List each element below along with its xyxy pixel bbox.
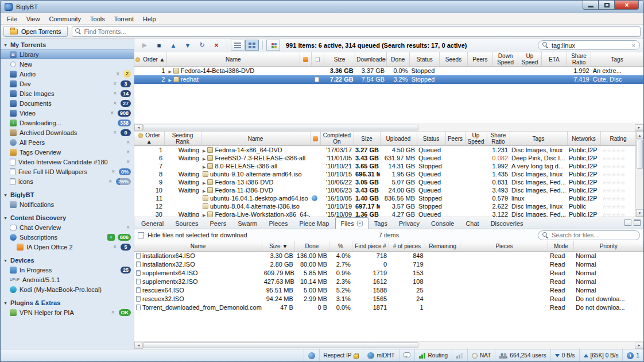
table-row[interactable]: supplementx64.ISO609.79 MB5.85 MB0.9%171… (134, 268, 643, 277)
table-row[interactable]: 30Waiting▶Fedora-Live-Workstation-x86_64… (134, 210, 635, 217)
column-header-rating[interactable]: Rating (600, 132, 635, 146)
status-update-status[interactable] (304, 349, 319, 361)
sidebar-item-downloading[interactable]: Downloading...338 (1, 118, 134, 128)
table-row[interactable]: installationx64.ISO3.30 GB136.00 MB4.0%7… (134, 251, 643, 260)
status-signal-strength[interactable] (452, 349, 467, 361)
close-button[interactable]: × (615, 1, 639, 10)
expander-icon[interactable]: ▶ (203, 157, 205, 161)
minimize-button[interactable] (583, 1, 599, 10)
sidebar-item-subscriptions[interactable]: Subscriptions+606 (1, 232, 134, 242)
table-row[interactable]: 11ubuntu-16.04.1-desktop-amd64.iso'16/10… (134, 194, 635, 202)
rating-stars[interactable]: ☆☆☆☆☆ (602, 204, 625, 210)
tab-sources[interactable]: Sources (169, 217, 204, 229)
column-header-peers[interactable]: Peers (467, 52, 492, 67)
tab-chat[interactable]: Chat (460, 217, 484, 229)
column-header-peers[interactable]: Peers (445, 132, 465, 146)
status-mldht[interactable]: mlDHT (363, 349, 398, 361)
scroll-left-icon[interactable]: ◄ (134, 342, 143, 349)
sidebar-item-vpn-helper-for-pia[interactable]: VPN Helper for PIA×OK (1, 307, 134, 317)
tab-swarm[interactable]: Swarm (232, 217, 263, 229)
table-row[interactable]: 1▶Fedora-14-Beta-i386-DVD3.36 GB3.37 GB0… (134, 67, 643, 75)
table-row[interactable]: 2▶redhat7.22 GB7.54 GB3.2%Stopped7.419Cu… (134, 75, 643, 84)
expander-icon[interactable]: ▶ (203, 189, 205, 193)
maximize-panel-icon[interactable] (634, 219, 641, 226)
status-nat-status[interactable]: NAT (467, 349, 495, 361)
table-row[interactable]: 12ubuntu-8.04.4-alternate-i386.iso'10/10… (134, 202, 635, 210)
torrent-filter-input[interactable] (552, 42, 629, 49)
column-header-of-pieces[interactable]: # of pieces (389, 241, 425, 251)
sidebar-item-archived-downloads[interactable]: Archived Downloads×0 (1, 128, 134, 137)
tab-console[interactable]: Console (425, 217, 460, 229)
open-torrents-button[interactable]: Open Torrents (3, 26, 68, 37)
column-header-rss-icon[interactable] (300, 52, 311, 67)
close-icon[interactable]: × (125, 224, 131, 230)
sidebar-item-new[interactable]: New (1, 59, 134, 69)
table-row[interactable]: installationx32.ISO2.80 GB80.00 MB2.7%07… (134, 260, 643, 268)
expander-icon[interactable]: ▶ (203, 165, 205, 169)
tab-files[interactable]: Files× (335, 217, 368, 229)
column-header-uploaded[interactable]: Uploaded (380, 132, 417, 146)
column-header-status[interactable]: Status (417, 132, 445, 146)
sidebar-item-chat-overview[interactable]: Chat Overview× (1, 222, 134, 232)
sidebar-item-tags-overview[interactable]: Tags Overview× (1, 147, 134, 157)
sidebar-item-kodi-my-macbook-pro-local[interactable]: Kodi (My-MacBook-Pro.local) (1, 284, 134, 294)
status-routing[interactable]: Routing (414, 349, 452, 361)
status-download-speed[interactable]: 0 B/s (550, 349, 579, 361)
column-header-icon[interactable]: % (329, 241, 352, 251)
scrollbar-track[interactable] (143, 124, 635, 131)
column-header-done[interactable]: Done (295, 241, 329, 251)
scroll-up-icon[interactable]: ▲ (636, 132, 643, 139)
close-icon[interactable]: × (112, 129, 118, 136)
table-row[interactable]: 7▶8.0-RELEASE-i386-all'10/10/213.65 GB14… (134, 162, 635, 170)
column-header-pieces[interactable]: Pieces (460, 241, 548, 251)
column-header-name[interactable]: Name (134, 241, 262, 251)
status-chat-status[interactable] (399, 349, 414, 361)
rating-stars[interactable]: ☆☆☆☆☆ (602, 196, 625, 202)
status-upload-speed[interactable]: [65K] 0 B/s (579, 349, 623, 361)
sidebar-item-disc-images[interactable]: Disc Images×14 (1, 88, 134, 98)
tab-privacy[interactable]: Privacy (393, 217, 425, 229)
column-header-size[interactable]: Size (324, 52, 355, 67)
column-header-seeds[interactable]: Seeds (440, 52, 467, 67)
status-users-count[interactable]: 664,254 users (495, 349, 550, 361)
remove-button[interactable]: × (210, 40, 223, 51)
close-icon[interactable]: × (110, 168, 116, 175)
close-icon[interactable]: × (125, 159, 131, 165)
table-row[interactable]: 8Waitingubuntu-9.10-alternate-amd64.iso'… (134, 170, 635, 178)
files-search-input[interactable] (552, 232, 635, 238)
table-row[interactable]: 1Waiting▶Fedora-14-x86_64-DVD'17/03/173.… (134, 146, 635, 154)
sidebar-item-video[interactable]: Video×908 (1, 108, 134, 118)
rating-stars[interactable]: ☆☆☆☆☆ (602, 188, 625, 194)
scrollbar-thumb[interactable] (637, 140, 643, 169)
column-header-status[interactable]: Status (409, 52, 439, 67)
column-header-priority[interactable]: Priority (574, 241, 643, 251)
sidebar-item-free-full-hd-wallpapers[interactable]: Free Full HD Wallpapers×0% (1, 167, 134, 176)
column-header-completed-on[interactable]: Completed On (320, 132, 354, 146)
menu-item-tools[interactable]: Tools (86, 14, 110, 24)
status-respect-ip[interactable]: Respect IP (319, 349, 363, 361)
menu-item-community[interactable]: Community (44, 14, 86, 24)
sidebar-section-content-discovery[interactable]: ▼Content Discovery (1, 213, 134, 222)
column-header-order[interactable]: Order ▲ (134, 132, 164, 146)
tab-discoveries[interactable]: Discoveries (485, 217, 529, 229)
stop-button[interactable]: ■ (152, 40, 166, 51)
column-header-done[interactable]: Done (386, 52, 409, 67)
sidebar-item-notifications[interactable]: Notifications (1, 199, 134, 209)
menu-item-file[interactable]: File (2, 14, 22, 24)
table-row[interactable]: Torrent_downloaded_from_Demonoid.com.txt… (134, 303, 643, 311)
horizontal-scrollbar[interactable]: ◄ ► (134, 124, 643, 131)
scrollbar-track[interactable] (636, 139, 643, 209)
column-header-eta[interactable]: ETA (541, 52, 567, 67)
table-row[interactable]: rescuex32.ISO94.24 MB2.99 MB3.1%156524Re… (134, 294, 643, 303)
sidebar-item-ia-open-office-2[interactable]: IA Open Office 2×5 (1, 242, 134, 252)
column-header-order[interactable]: Order ▲ (134, 52, 166, 67)
rating-stars[interactable]: ☆☆☆☆☆ (602, 148, 625, 153)
column-header-mode[interactable]: Mode (548, 241, 574, 251)
expander-icon[interactable]: ▶ (203, 181, 205, 185)
column-header-tags[interactable]: Tags (510, 132, 567, 146)
close-icon[interactable]: × (125, 149, 131, 155)
column-header-share-ratio[interactable]: Share Ratio (487, 132, 510, 146)
scrollbar-track[interactable] (143, 342, 635, 349)
sidebar-section-my-torrents[interactable]: ▼My Torrents (1, 40, 134, 49)
expander-icon[interactable]: ▶ (168, 78, 171, 82)
